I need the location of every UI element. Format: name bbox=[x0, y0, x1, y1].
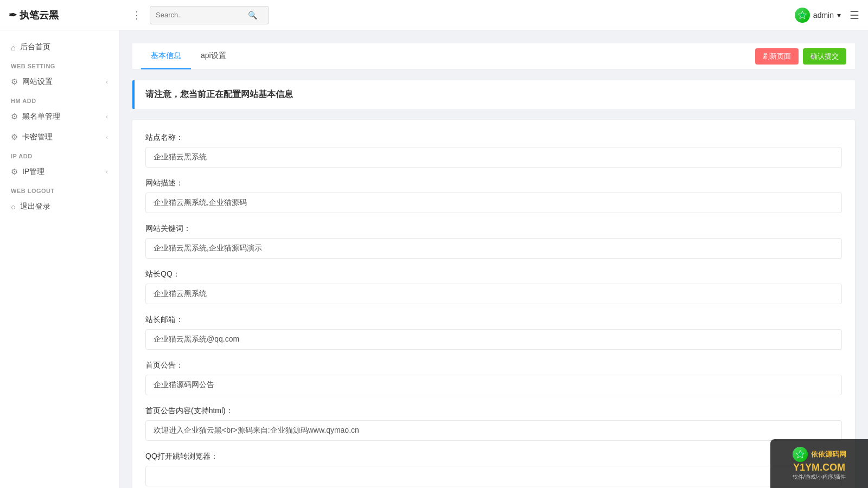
sidebar-item-ip-mgmt-label: IP管理 bbox=[22, 167, 44, 177]
main-content: 基本信息 api设置 刷新页面 确认提交 请注意，您当前正在配置网站基本信息 站… bbox=[119, 30, 868, 488]
sidebar-item-home[interactable]: ⌂ 后台首页 bbox=[0, 37, 119, 57]
watermark-desc: 软件/游戏/小程序/插件 bbox=[793, 473, 846, 481]
input-site-desc[interactable] bbox=[145, 192, 842, 213]
admin-avatar bbox=[795, 8, 810, 23]
field-site-keywords: 网站关键词： bbox=[145, 224, 842, 259]
notice-text: 请注意，您当前正在配置网站基本信息 bbox=[145, 89, 293, 99]
sidebar-item-logout[interactable]: ○ 退出登录 bbox=[0, 196, 119, 217]
layout: ⌂ 后台首页 WEB SETTING ⚙ 网站设置 ‹ HM ADD ⚙ 黑名单… bbox=[0, 30, 868, 488]
sidebar-item-card-mgmt-label: 卡密管理 bbox=[22, 132, 53, 142]
logo-icon: ✒ bbox=[9, 10, 17, 21]
home-icon: ⌂ bbox=[11, 43, 16, 52]
form-card: 站点名称： 网站描述： 网站关键词： 站长QQ： 站长邮箱： bbox=[132, 120, 855, 488]
menu-icon[interactable]: ⋮ bbox=[128, 7, 145, 24]
sidebar-item-ip-mgmt[interactable]: ⚙ IP管理 ‹ bbox=[0, 162, 119, 182]
sidebar-item-blacklist[interactable]: ⚙ 黑名单管理 ‹ bbox=[0, 106, 119, 127]
search-icon: 🔍 bbox=[248, 11, 257, 20]
field-site-desc: 网站描述： bbox=[145, 178, 842, 213]
label-homepage-notice: 首页公告： bbox=[145, 361, 842, 370]
label-site-keywords: 网站关键词： bbox=[145, 224, 842, 234]
input-admin-qq[interactable] bbox=[145, 284, 842, 304]
logout-icon: ○ bbox=[11, 202, 16, 211]
field-admin-email: 站长邮箱： bbox=[145, 315, 842, 350]
field-admin-qq: 站长QQ： bbox=[145, 269, 842, 304]
sidebar: ⌂ 后台首页 WEB SETTING ⚙ 网站设置 ‹ HM ADD ⚙ 黑名单… bbox=[0, 30, 119, 488]
sidebar-item-website-settings-label: 网站设置 bbox=[22, 77, 53, 87]
input-site-name[interactable] bbox=[145, 147, 842, 168]
field-qq-browser-redirect: QQ打开跳转浏览器： bbox=[145, 452, 842, 486]
input-homepage-notice[interactable] bbox=[145, 375, 842, 395]
field-homepage-notice-content: 首页公告内容(支持html)： bbox=[145, 406, 842, 441]
admin-dropdown-icon: ▾ bbox=[837, 11, 841, 20]
label-admin-qq: 站长QQ： bbox=[145, 269, 842, 279]
search-box: 🔍 bbox=[150, 6, 269, 24]
sidebar-item-card-mgmt[interactable]: ⚙ 卡密管理 ‹ bbox=[0, 127, 119, 147]
chevron-icon-2: ‹ bbox=[106, 113, 108, 120]
field-homepage-notice: 首页公告： bbox=[145, 361, 842, 395]
section-label-hm-add: HM ADD bbox=[0, 92, 119, 106]
chevron-icon-3: ‹ bbox=[106, 133, 108, 141]
label-qq-browser-redirect: QQ打开跳转浏览器： bbox=[145, 452, 842, 461]
section-label-web-logout: WEB LOGOUT bbox=[0, 182, 119, 196]
section-label-web-setting: WEB SETTING bbox=[0, 57, 119, 72]
field-site-name: 站点名称： bbox=[145, 133, 842, 168]
input-homepage-notice-content[interactable] bbox=[145, 420, 842, 441]
svg-marker-1 bbox=[796, 450, 804, 458]
watermark-brand: Y1YM.COM bbox=[793, 462, 845, 473]
svg-marker-0 bbox=[798, 11, 806, 18]
label-site-desc: 网站描述： bbox=[145, 178, 842, 188]
chevron-icon-4: ‹ bbox=[106, 168, 108, 176]
topbar: ✒ 执笔云黑 ⋮ 🔍 admin ▾ ☰ bbox=[0, 0, 868, 30]
watermark-logo-icon bbox=[793, 447, 808, 462]
section-label-ip-add: IP ADD bbox=[0, 147, 119, 162]
chevron-icon-1: ‹ bbox=[106, 78, 108, 86]
label-homepage-notice-content: 首页公告内容(支持html)： bbox=[145, 406, 842, 416]
tab-basic-info[interactable]: 基本信息 bbox=[141, 43, 191, 69]
admin-label: admin bbox=[813, 11, 834, 20]
sidebar-item-website-settings[interactable]: ⚙ 网站设置 ‹ bbox=[0, 72, 119, 92]
refresh-page-button[interactable]: 刷新页面 bbox=[755, 48, 799, 65]
sidebar-item-logout-label: 退出登录 bbox=[20, 202, 50, 211]
gear-icon-3: ⚙ bbox=[11, 132, 18, 142]
gear-icon-2: ⚙ bbox=[11, 112, 18, 121]
input-admin-email[interactable] bbox=[145, 329, 842, 350]
gear-icon-1: ⚙ bbox=[11, 77, 18, 87]
tab-bar: 基本信息 api设置 刷新页面 确认提交 bbox=[132, 43, 855, 69]
input-qq-browser-redirect[interactable] bbox=[145, 466, 842, 486]
topbar-lines-icon[interactable]: ☰ bbox=[850, 9, 859, 22]
label-site-name: 站点名称： bbox=[145, 133, 842, 143]
settings-form: 站点名称： 网站描述： 网站关键词： 站长QQ： 站长邮箱： bbox=[145, 133, 842, 486]
sidebar-item-blacklist-label: 黑名单管理 bbox=[22, 112, 60, 121]
search-input[interactable] bbox=[156, 11, 248, 19]
tab-buttons: 刷新页面 确认提交 bbox=[755, 44, 846, 69]
watermark-overlay: 依依源码网 Y1YM.COM 软件/游戏/小程序/插件 bbox=[770, 439, 868, 488]
confirm-submit-button[interactable]: 确认提交 bbox=[803, 48, 846, 65]
app-logo: ✒ 执笔云黑 bbox=[9, 9, 128, 22]
watermark-site-name: 依依源码网 bbox=[811, 450, 846, 459]
sidebar-item-home-label: 后台首页 bbox=[20, 42, 50, 52]
tab-api-settings[interactable]: api设置 bbox=[191, 43, 236, 69]
input-site-keywords[interactable] bbox=[145, 238, 842, 259]
topbar-right: admin ▾ ☰ bbox=[795, 8, 859, 23]
gear-icon-4: ⚙ bbox=[11, 167, 18, 177]
admin-badge[interactable]: admin ▾ bbox=[795, 8, 841, 23]
notice-box: 请注意，您当前正在配置网站基本信息 bbox=[132, 80, 855, 109]
label-admin-email: 站长邮箱： bbox=[145, 315, 842, 325]
